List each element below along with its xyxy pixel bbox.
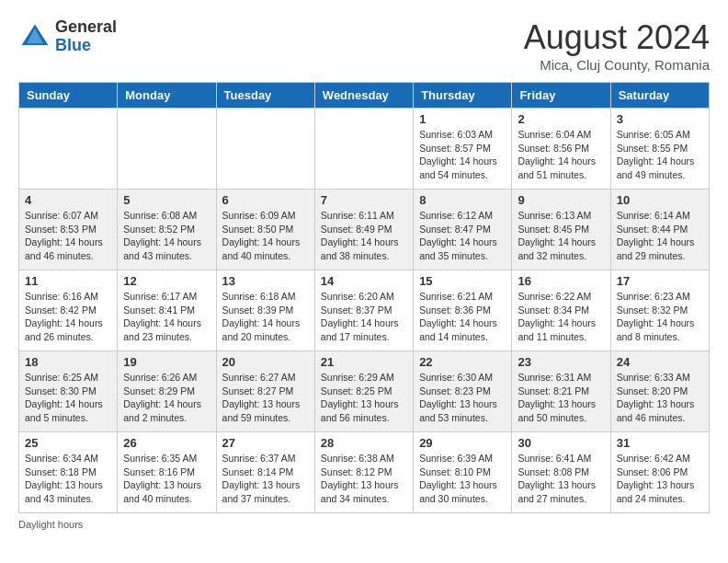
calendar-cell: 30Sunrise: 6:41 AM Sunset: 8:08 PM Dayli… bbox=[512, 432, 610, 513]
cell-content: Sunrise: 6:14 AM Sunset: 8:44 PM Dayligh… bbox=[617, 209, 703, 263]
day-number: 31 bbox=[617, 436, 703, 450]
day-number: 6 bbox=[222, 193, 309, 207]
calendar-week-row: 25Sunrise: 6:34 AM Sunset: 8:18 PM Dayli… bbox=[19, 432, 710, 513]
day-number: 20 bbox=[222, 355, 309, 369]
day-number: 8 bbox=[419, 193, 506, 207]
calendar-cell: 1Sunrise: 6:03 AM Sunset: 8:57 PM Daylig… bbox=[414, 109, 512, 190]
calendar-cell: 17Sunrise: 6:23 AM Sunset: 8:32 PM Dayli… bbox=[610, 270, 709, 351]
day-number: 3 bbox=[617, 112, 703, 126]
day-number: 2 bbox=[518, 112, 604, 126]
calendar-cell: 7Sunrise: 6:11 AM Sunset: 8:49 PM Daylig… bbox=[314, 190, 413, 270]
cell-content: Sunrise: 6:21 AM Sunset: 8:36 PM Dayligh… bbox=[419, 290, 506, 344]
weekday-header-monday: Monday bbox=[118, 83, 216, 109]
weekday-header-thursday: Thursday bbox=[414, 83, 512, 109]
calendar-cell: 14Sunrise: 6:20 AM Sunset: 8:37 PM Dayli… bbox=[314, 270, 413, 351]
calendar-cell: 25Sunrise: 6:34 AM Sunset: 8:18 PM Dayli… bbox=[19, 432, 118, 513]
day-number: 5 bbox=[123, 193, 210, 207]
cell-content: Sunrise: 6:04 AM Sunset: 8:56 PM Dayligh… bbox=[518, 128, 604, 182]
cell-content: Sunrise: 6:05 AM Sunset: 8:55 PM Dayligh… bbox=[617, 128, 703, 182]
day-number: 16 bbox=[518, 274, 604, 288]
weekday-header-tuesday: Tuesday bbox=[216, 83, 314, 109]
cell-content: Sunrise: 6:18 AM Sunset: 8:39 PM Dayligh… bbox=[222, 290, 309, 344]
day-number: 9 bbox=[518, 193, 604, 207]
cell-content: Sunrise: 6:17 AM Sunset: 8:41 PM Dayligh… bbox=[123, 290, 210, 344]
day-number: 21 bbox=[321, 355, 407, 369]
weekday-header-sunday: Sunday bbox=[19, 83, 118, 109]
location-subtitle: Mica, Cluj County, Romania bbox=[524, 57, 710, 73]
calendar-cell bbox=[216, 109, 314, 190]
cell-content: Sunrise: 6:34 AM Sunset: 8:18 PM Dayligh… bbox=[25, 452, 111, 506]
title-block: August 2024 Mica, Cluj County, Romania bbox=[524, 18, 710, 73]
day-number: 11 bbox=[25, 274, 111, 288]
calendar-cell: 2Sunrise: 6:04 AM Sunset: 8:56 PM Daylig… bbox=[512, 109, 610, 190]
cell-content: Sunrise: 6:41 AM Sunset: 8:08 PM Dayligh… bbox=[518, 452, 604, 506]
calendar-cell: 4Sunrise: 6:07 AM Sunset: 8:53 PM Daylig… bbox=[19, 190, 118, 270]
calendar-week-row: 4Sunrise: 6:07 AM Sunset: 8:53 PM Daylig… bbox=[19, 190, 710, 270]
calendar-cell: 22Sunrise: 6:30 AM Sunset: 8:23 PM Dayli… bbox=[414, 351, 512, 432]
cell-content: Sunrise: 6:22 AM Sunset: 8:34 PM Dayligh… bbox=[518, 290, 604, 344]
logo-icon bbox=[18, 20, 51, 53]
day-number: 23 bbox=[518, 355, 604, 369]
cell-content: Sunrise: 6:12 AM Sunset: 8:47 PM Dayligh… bbox=[419, 209, 506, 263]
logo-text: General Blue bbox=[55, 18, 117, 55]
cell-content: Sunrise: 6:16 AM Sunset: 8:42 PM Dayligh… bbox=[25, 290, 111, 344]
day-number: 28 bbox=[321, 436, 407, 450]
page-header: General Blue August 2024 Mica, Cluj Coun… bbox=[18, 18, 710, 73]
cell-content: Sunrise: 6:38 AM Sunset: 8:12 PM Dayligh… bbox=[321, 452, 407, 506]
day-number: 30 bbox=[518, 436, 604, 450]
cell-content: Sunrise: 6:42 AM Sunset: 8:06 PM Dayligh… bbox=[617, 452, 703, 506]
day-number: 1 bbox=[419, 112, 506, 126]
calendar-cell: 13Sunrise: 6:18 AM Sunset: 8:39 PM Dayli… bbox=[216, 270, 314, 351]
day-number: 13 bbox=[222, 274, 309, 288]
footer-note: Daylight hours bbox=[18, 519, 710, 530]
day-number: 24 bbox=[617, 355, 703, 369]
cell-content: Sunrise: 6:11 AM Sunset: 8:49 PM Dayligh… bbox=[321, 209, 407, 263]
calendar-week-row: 11Sunrise: 6:16 AM Sunset: 8:42 PM Dayli… bbox=[19, 270, 710, 351]
cell-content: Sunrise: 6:03 AM Sunset: 8:57 PM Dayligh… bbox=[419, 128, 506, 182]
day-number: 12 bbox=[123, 274, 210, 288]
cell-content: Sunrise: 6:29 AM Sunset: 8:25 PM Dayligh… bbox=[321, 371, 407, 425]
cell-content: Sunrise: 6:30 AM Sunset: 8:23 PM Dayligh… bbox=[419, 371, 506, 425]
calendar-cell: 29Sunrise: 6:39 AM Sunset: 8:10 PM Dayli… bbox=[414, 432, 512, 513]
calendar-table: SundayMondayTuesdayWednesdayThursdayFrid… bbox=[18, 82, 710, 513]
cell-content: Sunrise: 6:09 AM Sunset: 8:50 PM Dayligh… bbox=[222, 209, 309, 263]
cell-content: Sunrise: 6:20 AM Sunset: 8:37 PM Dayligh… bbox=[321, 290, 407, 344]
calendar-cell: 9Sunrise: 6:13 AM Sunset: 8:45 PM Daylig… bbox=[512, 190, 610, 270]
calendar-cell: 31Sunrise: 6:42 AM Sunset: 8:06 PM Dayli… bbox=[610, 432, 709, 513]
weekday-header-saturday: Saturday bbox=[610, 83, 709, 109]
weekday-header-wednesday: Wednesday bbox=[314, 83, 413, 109]
cell-content: Sunrise: 6:26 AM Sunset: 8:29 PM Dayligh… bbox=[123, 371, 210, 425]
calendar-cell: 18Sunrise: 6:25 AM Sunset: 8:30 PM Dayli… bbox=[19, 351, 118, 432]
day-number: 18 bbox=[25, 355, 111, 369]
cell-content: Sunrise: 6:08 AM Sunset: 8:52 PM Dayligh… bbox=[123, 209, 210, 263]
cell-content: Sunrise: 6:25 AM Sunset: 8:30 PM Dayligh… bbox=[25, 371, 111, 425]
day-number: 17 bbox=[617, 274, 703, 288]
day-number: 15 bbox=[419, 274, 506, 288]
cell-content: Sunrise: 6:07 AM Sunset: 8:53 PM Dayligh… bbox=[25, 209, 111, 263]
day-number: 22 bbox=[419, 355, 506, 369]
day-number: 29 bbox=[419, 436, 506, 450]
day-number: 4 bbox=[25, 193, 111, 207]
cell-content: Sunrise: 6:27 AM Sunset: 8:27 PM Dayligh… bbox=[222, 371, 309, 425]
logo: General Blue bbox=[18, 18, 117, 55]
calendar-cell: 20Sunrise: 6:27 AM Sunset: 8:27 PM Dayli… bbox=[216, 351, 314, 432]
calendar-cell: 6Sunrise: 6:09 AM Sunset: 8:50 PM Daylig… bbox=[216, 190, 314, 270]
month-year-title: August 2024 bbox=[524, 18, 710, 57]
calendar-cell: 11Sunrise: 6:16 AM Sunset: 8:42 PM Dayli… bbox=[19, 270, 118, 351]
day-number: 27 bbox=[222, 436, 309, 450]
cell-content: Sunrise: 6:35 AM Sunset: 8:16 PM Dayligh… bbox=[123, 452, 210, 506]
cell-content: Sunrise: 6:23 AM Sunset: 8:32 PM Dayligh… bbox=[617, 290, 703, 344]
calendar-week-row: 18Sunrise: 6:25 AM Sunset: 8:30 PM Dayli… bbox=[19, 351, 710, 432]
calendar-cell: 5Sunrise: 6:08 AM Sunset: 8:52 PM Daylig… bbox=[118, 190, 216, 270]
calendar-cell bbox=[118, 109, 216, 190]
calendar-cell: 27Sunrise: 6:37 AM Sunset: 8:14 PM Dayli… bbox=[216, 432, 314, 513]
calendar-cell: 16Sunrise: 6:22 AM Sunset: 8:34 PM Dayli… bbox=[512, 270, 610, 351]
day-number: 19 bbox=[123, 355, 210, 369]
calendar-week-row: 1Sunrise: 6:03 AM Sunset: 8:57 PM Daylig… bbox=[19, 109, 710, 190]
day-number: 10 bbox=[617, 193, 703, 207]
calendar-cell: 21Sunrise: 6:29 AM Sunset: 8:25 PM Dayli… bbox=[314, 351, 413, 432]
weekday-header-friday: Friday bbox=[512, 83, 610, 109]
calendar-cell: 23Sunrise: 6:31 AM Sunset: 8:21 PM Dayli… bbox=[512, 351, 610, 432]
calendar-cell: 15Sunrise: 6:21 AM Sunset: 8:36 PM Dayli… bbox=[414, 270, 512, 351]
cell-content: Sunrise: 6:31 AM Sunset: 8:21 PM Dayligh… bbox=[518, 371, 604, 425]
